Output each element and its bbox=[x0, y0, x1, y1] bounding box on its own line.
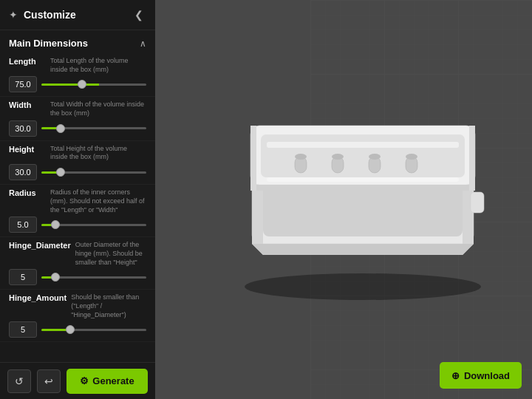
svg-rect-17 bbox=[267, 142, 459, 148]
svg-point-9 bbox=[295, 154, 307, 160]
param-desc-1: Total Width of the volume inside the box… bbox=[50, 100, 146, 117]
dimensions-title: Main Dimensions bbox=[9, 38, 88, 49]
param-row-hinge_amount: Hinge_AmountShould be smaller than ("Len… bbox=[0, 290, 155, 342]
param-desc-3: Radius of the inner corners (mm). Should… bbox=[50, 188, 146, 214]
svg-point-15 bbox=[406, 154, 417, 160]
param-value-input-1[interactable] bbox=[9, 120, 37, 137]
sidebar-title: Customize bbox=[24, 9, 76, 21]
refresh-button[interactable]: ↺ bbox=[7, 369, 31, 393]
param-slider-2[interactable] bbox=[41, 171, 146, 174]
param-desc-2: Total Height of the volume inside the bo… bbox=[50, 145, 146, 162]
generate-label: Generate bbox=[92, 375, 134, 386]
param-value-input-5[interactable] bbox=[9, 321, 37, 338]
undo-button[interactable]: ↩ bbox=[37, 369, 61, 393]
bottom-bar: ↺ ↩ ⚙ Generate bbox=[0, 362, 155, 399]
svg-rect-7 bbox=[261, 134, 465, 177]
param-slider-5[interactable] bbox=[41, 329, 146, 331]
collapse-sidebar-button[interactable]: ❮ bbox=[132, 7, 146, 22]
dimensions-header: Main Dimensions ∧ bbox=[0, 30, 155, 53]
param-row-width: WidthTotal Width of the volume inside th… bbox=[0, 97, 155, 140]
svg-rect-18 bbox=[267, 177, 459, 182]
param-row-height: HeightTotal Height of the volume inside … bbox=[0, 141, 155, 185]
generate-icon: ⚙ bbox=[80, 375, 89, 386]
sidebar-header: ✦ Customize ❮ bbox=[0, 0, 155, 30]
param-name-2: Height bbox=[9, 145, 46, 154]
generate-button[interactable]: ⚙ Generate bbox=[66, 369, 148, 394]
download-button[interactable]: ⊕ Download bbox=[440, 362, 522, 389]
param-row-radius: RadiusRadius of the inner corners (mm). … bbox=[0, 185, 155, 237]
svg-point-11 bbox=[332, 154, 344, 160]
sidebar: ✦ Customize ❮ Main Dimensions ∧ LengthTo… bbox=[0, 0, 155, 399]
param-name-3: Radius bbox=[9, 188, 46, 197]
settings-icon: ✦ bbox=[9, 9, 18, 21]
param-desc-5: Should be smaller than ("Length" / "Hing… bbox=[71, 293, 146, 319]
3d-box-model bbox=[208, 89, 518, 310]
dimensions-collapse-button[interactable]: ∧ bbox=[140, 38, 146, 49]
params-container: LengthTotal Length of the volume inside … bbox=[0, 53, 155, 362]
param-name-5: Hinge_Amount bbox=[9, 293, 66, 302]
sidebar-title-row: ✦ Customize bbox=[9, 9, 76, 21]
param-slider-0[interactable] bbox=[41, 83, 146, 86]
download-label: Download bbox=[464, 370, 510, 381]
param-name-1: Width bbox=[9, 100, 46, 109]
param-row-length: LengthTotal Length of the volume inside … bbox=[0, 53, 155, 97]
svg-rect-16 bbox=[471, 192, 484, 213]
param-slider-3[interactable] bbox=[41, 224, 146, 226]
param-desc-4: Outer Diameter of the hinge (mm). Should… bbox=[75, 241, 146, 267]
param-value-input-2[interactable] bbox=[9, 164, 37, 180]
3d-viewport[interactable]: ⊕ Download bbox=[155, 0, 532, 399]
param-name-4: Hinge_Diameter bbox=[9, 241, 71, 250]
param-slider-1[interactable] bbox=[41, 127, 146, 129]
param-desc-0: Total Length of the volume inside the bo… bbox=[50, 57, 146, 74]
param-row-hinge_diameter: Hinge_DiameterOuter Diameter of the hing… bbox=[0, 237, 155, 290]
param-value-input-0[interactable] bbox=[9, 76, 37, 92]
param-value-input-4[interactable] bbox=[9, 269, 37, 285]
svg-point-13 bbox=[369, 154, 381, 160]
param-slider-4[interactable] bbox=[41, 276, 146, 279]
download-icon: ⊕ bbox=[451, 370, 460, 381]
svg-point-3 bbox=[245, 273, 481, 300]
param-name-0: Length bbox=[9, 57, 46, 66]
param-value-input-3[interactable] bbox=[9, 216, 37, 233]
